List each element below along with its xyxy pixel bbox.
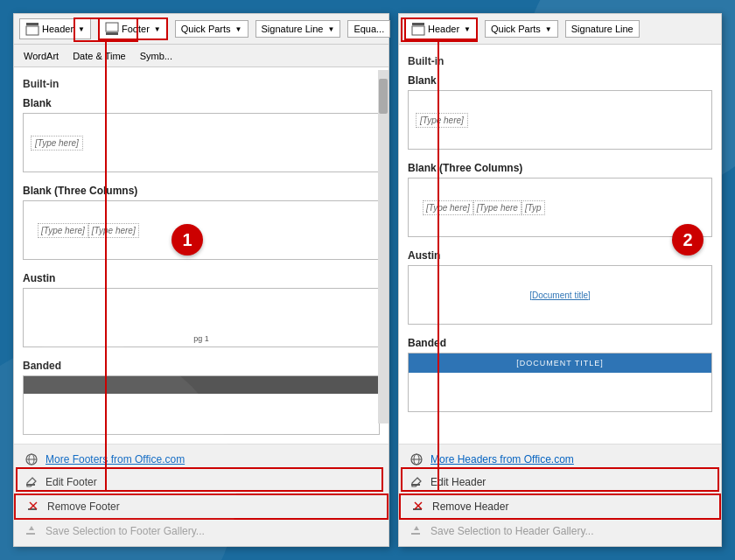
austin-pagenum-left: pg 1 [193,334,209,343]
datetime-label-left: Date & Time [73,51,126,61]
remove-footer-item[interactable]: Remove Footer [14,494,388,520]
save-header-icon [410,524,424,538]
ribbon-row1-right: Header ▼ Quick Parts ▼ Signature Line [399,14,721,45]
edit-header-label: Edit Header [430,476,486,488]
template-banded-preview-left [23,375,380,435]
template-blank-preview-left: [Type here] [23,113,380,172]
wordart-button-left[interactable]: WordArt [19,49,63,63]
template-austin-preview-left: pg 1 [23,288,380,347]
save-header-label: Save Selection to Header Gallery... [430,525,594,537]
save-footer-label: Save Selection to Footer Gallery... [46,525,205,537]
built-in-label-left: Built-in [14,74,388,92]
footer-dropdown-panel: Header ▼ Footer ▼ Quick Parts ▼ Signatur… [13,13,389,547]
template-banded-left[interactable]: Banded [14,354,388,442]
template-blank-preview-right: [Type here] [408,90,712,150]
edit-header-item[interactable]: Edit Header [399,471,721,494]
template-austin-right[interactable]: Austin [Document title] [399,244,721,332]
header-arrow-right: ▼ [464,25,471,33]
footer-dropdown-content: Built-in Blank [Type here] Blank (Three … [14,67,388,444]
template-banded-name-right: Banded [408,337,712,349]
header-label-left: Header [42,24,74,34]
svg-rect-3 [106,32,118,35]
sig-line-label-right: Signature Line [571,24,634,34]
remove-footer-icon [26,500,40,514]
more-headers-item[interactable]: More Headers from Office.com [399,448,721,471]
datetime-button-left[interactable]: Date & Time [68,49,130,63]
scrollbar-left[interactable] [378,70,388,424]
footer-label-left: Footer [122,24,150,34]
footer-button-left[interactable]: Footer ▼ [98,18,168,40]
svg-point-5 [29,454,34,465]
template-three-col-right[interactable]: Blank (Three Columns) [Type here] [Type … [399,157,721,244]
template-blank-name-right: Blank [408,74,712,87]
remove-header-icon [411,500,425,514]
template-banded-right[interactable]: Banded [DOCUMENT TITLE] [399,332,721,419]
symbol-button-left[interactable]: Symb... [136,49,177,63]
template-blank-right[interactable]: Blank [Type here] [399,69,721,157]
save-footer-icon [24,524,38,538]
ribbon-row1-left: Header ▼ Footer ▼ Quick Parts ▼ Signatur… [14,14,388,45]
save-footer-item[interactable]: Save Selection to Footer Gallery... [14,520,388,542]
quick-parts-label-left: Quick Parts [181,24,231,34]
header-button-right[interactable]: Header ▼ [404,18,478,40]
header-arrow-left: ▼ [78,25,85,33]
qp-arrow-right: ▼ [545,25,552,33]
equation-label-left: Equa... [354,24,384,34]
ribbon-row2-left: WordArt Date & Time Symb... [14,45,388,67]
svg-rect-15 [412,26,424,35]
sig-line-label-left: Signature Line [262,24,324,34]
austin-doc-title-right: [Document title] [529,290,590,300]
header-icon-right [411,22,425,36]
edit-header-icon [410,475,424,489]
edit-footer-item[interactable]: Edit Footer [14,471,388,494]
svg-rect-14 [412,23,424,25]
template-austin-preview-right: [Document title] [408,265,712,325]
built-in-label-right: Built-in [399,52,721,69]
wordart-label-left: WordArt [24,51,59,61]
footer-icon-left [105,22,119,36]
scroll-thumb-left[interactable] [379,79,388,114]
more-footers-item[interactable]: More Footers from Office.com [14,448,388,471]
globe-icon-right [410,452,424,466]
quick-parts-button-right[interactable]: Quick Parts ▼ [485,20,558,38]
svg-marker-25 [414,526,419,530]
col3-right: [Typ [522,200,545,215]
more-headers-label: More Headers from Office.com [430,453,574,466]
header-button-left[interactable]: Header ▼ [19,18,91,39]
sig-line-button-right[interactable]: Signature Line [565,20,640,38]
svg-rect-24 [411,533,420,535]
svg-point-4 [26,454,37,465]
template-banded-preview-right: [DOCUMENT TITLE] [408,353,712,412]
col2-right: [Type here [473,200,522,215]
quick-parts-label-right: Quick Parts [491,24,541,34]
svg-rect-1 [26,26,38,35]
blank-placeholder-right: [Type here] [416,113,468,128]
template-blank-left[interactable]: Blank [Type here] [14,92,388,179]
header-label-right: Header [428,24,459,34]
banded-doc-title-right: [DOCUMENT TITLE] [409,354,711,373]
sig-line-button-left[interactable]: Signature Line ▼ [256,20,341,38]
quick-parts-button-left[interactable]: Quick Parts ▼ [175,20,248,38]
col1-right: [Type here] [423,200,473,215]
header-menu-section: More Headers from Office.com Edit Header… [399,444,721,546]
template-three-col-name-right: Blank (Three Columns) [408,162,712,174]
three-col-inner-right: [Type here] [Type here [Typ [416,182,552,233]
col1-left: [Type here] [38,223,88,238]
template-banded-name-left: Banded [23,360,380,372]
more-footers-label: More Footers from Office.com [46,453,185,466]
blank-placeholder-left: [Type here] [31,136,83,150]
template-three-col-left[interactable]: Blank (Three Columns) [Type here] [Type … [14,179,388,267]
equation-button-left[interactable]: Equa... [347,20,390,38]
template-austin-left[interactable]: Austin pg 1 [14,267,388,354]
col3-left: [Type here] [88,223,139,238]
svg-marker-13 [29,526,34,530]
save-header-item[interactable]: Save Selection to Header Gallery... [399,520,721,542]
template-austin-name-right: Austin [408,249,712,262]
header-icon-left [25,22,39,36]
header-dropdown-panel: Header ▼ Quick Parts ▼ Signature Line Bu… [398,13,722,547]
remove-header-item[interactable]: Remove Header [399,494,721,520]
svg-rect-9 [28,508,37,510]
qp-arrow-left: ▼ [235,25,242,33]
svg-rect-12 [26,533,35,535]
template-austin-name-left: Austin [23,272,380,284]
